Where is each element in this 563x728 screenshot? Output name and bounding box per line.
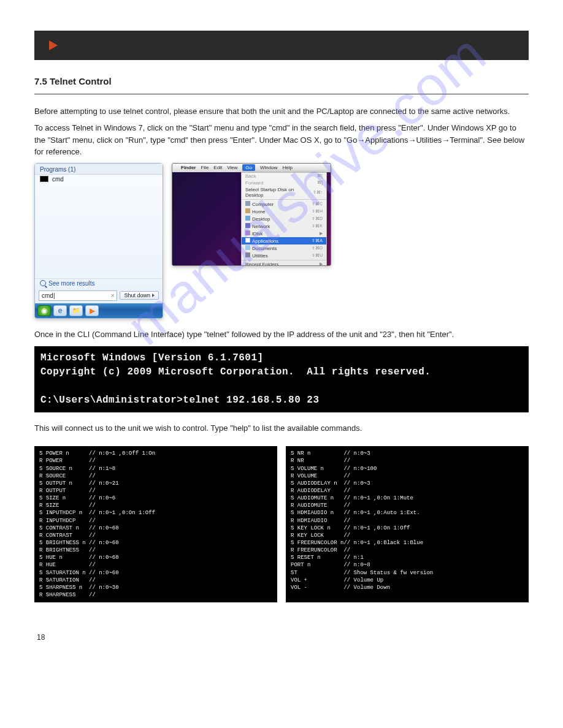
chevron-right-icon — [152, 294, 155, 297]
program-result-cmd[interactable]: cmd — [35, 175, 163, 186]
cmd-label: cmd — [52, 176, 64, 183]
see-more-label: See more results — [48, 280, 95, 287]
go-utilities[interactable]: Utilities⇧⌘U — [242, 252, 326, 259]
programs-header: Programs (1) — [35, 164, 163, 175]
cmd-prompt-screenshot: Microsoft Windows [Version 6.1.7601] Cop… — [34, 346, 529, 413]
cli-instruction-paragraph: Once in the CLI (Command Line Interface)… — [34, 330, 507, 339]
go-back: Back⌘[ — [242, 173, 326, 180]
go-desktop[interactable]: Desktop⇧⌘D — [242, 215, 326, 222]
menu-view[interactable]: View — [227, 165, 237, 170]
menu-edit[interactable]: Edit — [213, 165, 222, 170]
start-search-input[interactable]: cmd| × — [39, 290, 117, 301]
site-header-bar — [34, 31, 529, 60]
mac-go-menu-screenshot: Finder File Edit View Go Window Help Bac… — [172, 163, 331, 266]
clear-search-icon[interactable]: × — [111, 292, 115, 299]
page-number: 18 — [34, 633, 529, 642]
go-forward: Forward⌘] — [242, 180, 326, 186]
go-applications[interactable]: Applications⇧⌘A — [242, 237, 326, 245]
heading-divider — [34, 94, 529, 94]
search-icon — [40, 280, 46, 286]
wmp-taskbar-icon[interactable]: ▶ — [85, 305, 99, 316]
menu-window[interactable]: Window — [260, 165, 277, 170]
windows-taskbar: ◉ e 📁 ▶ — [35, 303, 163, 318]
mac-menubar: Finder File Edit View Go Window Help — [172, 164, 331, 172]
telnet-help-right: S NR n // n:0~3 R NR // S VOLUME n // n:… — [286, 446, 529, 602]
see-more-results-link[interactable]: See more results — [35, 278, 163, 288]
menu-help[interactable]: Help — [282, 165, 292, 170]
shutdown-button[interactable]: Shut down — [120, 291, 159, 300]
telnet-help-left: S POWER n // n:0~1 ,0:Off 1:On R POWER /… — [34, 446, 277, 602]
intro-paragraph-1: Before attempting to use telnet control,… — [34, 105, 529, 118]
menu-go[interactable]: Go — [242, 164, 255, 171]
go-home[interactable]: Home⇧⌘H — [242, 208, 326, 215]
go-computer[interactable]: Computer⇧⌘C — [242, 200, 326, 208]
mac-go-dropdown: Back⌘[ Forward⌘] Select Startup Disk on … — [241, 172, 327, 266]
go-startup-disk[interactable]: Select Startup Disk on Desktop⇧⌘↑ — [242, 186, 326, 199]
go-idisk[interactable]: iDisk▶ — [242, 230, 326, 237]
windows7-start-menu-screenshot: Programs (1) cmd See more results cmd| ×… — [34, 163, 163, 319]
section-heading: 7.5 Telnet Control — [34, 75, 529, 89]
intro-paragraph-2: To access Telnet in Windows 7, click on … — [34, 122, 529, 158]
cmd-icon — [40, 176, 48, 182]
menu-file[interactable]: File — [201, 165, 209, 170]
go-network[interactable]: Network⇧⌘K — [242, 222, 326, 230]
go-recent-folders[interactable]: Recent Folders▶ — [242, 261, 326, 266]
go-documents[interactable]: Documents⇧⌘O — [242, 245, 326, 252]
start-button-icon[interactable]: ◉ — [37, 305, 51, 316]
menu-finder[interactable]: Finder — [181, 165, 196, 170]
play-icon — [49, 40, 58, 50]
help-instruction-paragraph: This will connect us to the unit we wish… — [34, 423, 507, 433]
explorer-taskbar-icon[interactable]: 📁 — [69, 305, 83, 316]
ie-taskbar-icon[interactable]: e — [53, 305, 67, 316]
